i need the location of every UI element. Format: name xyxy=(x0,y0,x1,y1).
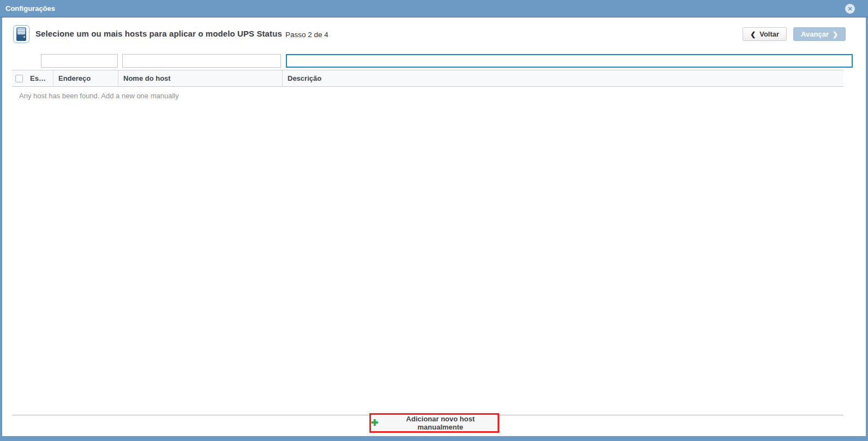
dialog-content: Selecione um ou mais hosts para aplicar … xyxy=(2,17,866,436)
back-button[interactable]: ❮ Voltar xyxy=(743,27,787,41)
chevron-right-icon: ❯ xyxy=(833,31,838,38)
page-title: Selecione um ou mais hosts para aplicar … xyxy=(35,29,282,38)
select-all-checkbox[interactable] xyxy=(15,75,23,82)
plus-icon: ✚ xyxy=(371,419,378,427)
column-header-status-label: Es… xyxy=(30,74,46,82)
dialog-titlebar: Configurações ✕ xyxy=(0,0,868,17)
filter-input-endereco[interactable] xyxy=(41,54,118,68)
wizard-nav-buttons: ❮ Voltar Avançar ❯ xyxy=(743,27,846,41)
settings-dialog: Configurações ✕ Selecione um ou mais hos… xyxy=(0,0,868,441)
host-server-icon xyxy=(13,25,29,43)
column-header-nome-do-host: Nome do host xyxy=(118,70,283,86)
add-host-button[interactable]: ✚ Adicionar novo host manualmente xyxy=(371,415,498,431)
column-header-status: Es… xyxy=(12,70,53,86)
close-icon: ✕ xyxy=(847,6,852,12)
column-header-endereco: Endereço xyxy=(53,70,118,86)
filter-input-descricao[interactable] xyxy=(286,54,853,68)
chevron-left-icon: ❮ xyxy=(750,31,756,38)
empty-state-message: Any host has been found. Add a new one m… xyxy=(19,92,179,100)
close-button[interactable]: ✕ xyxy=(845,4,855,14)
dialog-title: Configurações xyxy=(5,4,55,13)
hosts-table-header: Es… Endereço Nome do host Descrição xyxy=(12,70,843,87)
add-host-button-label: Adicionar novo host manualmente xyxy=(383,415,498,431)
step-indicator: Passo 2 de 4 xyxy=(285,31,328,39)
next-button-label: Avançar xyxy=(801,30,829,38)
server-tower-glyph xyxy=(16,27,26,41)
filter-input-nome-do-host[interactable] xyxy=(122,54,281,68)
column-header-descricao: Descrição xyxy=(283,70,843,86)
back-button-label: Voltar xyxy=(759,30,779,38)
next-button[interactable]: Avançar ❯ xyxy=(793,27,846,41)
annotation-highlight: ✚ Adicionar novo host manualmente xyxy=(369,413,499,433)
